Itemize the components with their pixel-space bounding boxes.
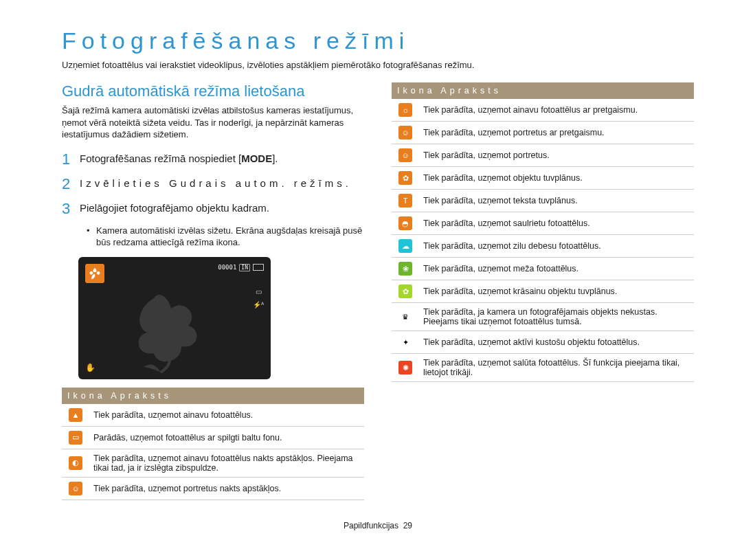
steps-list: 1 Fotografēšanas režīmā nospiediet [MODE…: [62, 150, 364, 218]
night-landscape-icon: ◐: [69, 456, 82, 470]
icon-table-left: Ikona Apraksts ▲Tiek parādīta, uzņemot a…: [62, 388, 364, 500]
icon-desc: Tiek parādīta, uzņemot aktīvi kustošu ob…: [419, 331, 694, 354]
camera-lcd-preview: 00001 IN ▭ ⚡ᴬ ✋: [78, 257, 271, 379]
icon-desc: Tiek parādīta, uzņemot ainavu fotoattēlu…: [89, 404, 364, 427]
icon-desc: Tiek parādīta, uzņemot zilu debesu fotoa…: [419, 235, 694, 258]
icon-desc: Tiek parādīta, ja kamera un fotografējam…: [419, 303, 694, 331]
backlight-landscape-icon: ☼: [398, 103, 412, 117]
night-portrait-icon: ☺: [69, 482, 82, 495]
icon-desc: Tiek parādīta, uzņemot saulrietu fotoatt…: [419, 212, 694, 235]
tripod-icon: ♛: [398, 310, 412, 324]
stabilizer-icon: ✋: [85, 363, 95, 372]
white-bg-icon: ▭: [69, 431, 82, 445]
table-header: Ikona Apraksts: [62, 388, 364, 404]
icon-desc: Tiek parādīta, uzņemot ainavu fotoattēlu…: [419, 99, 694, 122]
icon-desc: Tiek parādīta, uzņemot ainavu fotoattēlu…: [89, 449, 364, 477]
page-title: Fotografēšanas režīmi: [62, 27, 694, 54]
macro-icon: ✿: [398, 171, 412, 185]
action-icon: ✦: [398, 335, 412, 349]
icon-desc: Tiek parādīta, uzņemot salūta fotoattēlu…: [419, 354, 694, 382]
blue-sky-icon: ☁: [398, 239, 412, 253]
icon-desc: Tiek parādīta, uzņemot portretus.: [419, 144, 694, 167]
section-desc: Šajā režīmā kamera automātiski izvēlas a…: [62, 104, 364, 141]
step-text: Izvēlieties Gudrais autom. režīms.: [80, 175, 352, 193]
flash-icon: ⚡ᴬ: [253, 301, 264, 309]
icon-desc: Tiek parādīta, uzņemot meža fotoattēlus.: [419, 258, 694, 280]
forest-icon: ❀: [398, 262, 412, 276]
portrait-icon: ☺: [398, 148, 412, 162]
table-header: Ikona Apraksts: [392, 82, 694, 99]
icon-desc: Tiek parādīta, uzņemot objektu tuvplānus…: [419, 167, 694, 190]
battery-icon: [253, 264, 264, 271]
step-number: 3: [62, 200, 80, 218]
step-number: 1: [62, 150, 80, 168]
icon-desc: Parādās, uzņemot fotoattēlus ar spilgti …: [89, 426, 364, 449]
color-macro-icon: ✿: [398, 284, 412, 298]
step-text: Pielāgojiet fotografējamo objektu kadram…: [80, 200, 269, 218]
backlight-portrait-icon: ☺: [398, 126, 412, 139]
page-footer: Papildfunkcijas 29: [62, 521, 694, 530]
flower-silhouette: [120, 291, 229, 374]
icon-desc: Tiek parādīta, uzņemot portretus ar pret…: [419, 122, 694, 144]
icon-desc: Tiek parādīta, uzņemot portretus nakts a…: [89, 477, 364, 500]
step-text: Fotografēšanas režīmā nospiediet [MODE].: [80, 150, 278, 168]
sunset-icon: ◓: [398, 216, 412, 230]
step-note: Kamera automātiski izvēlas sižetu. Ekrān…: [89, 225, 364, 249]
step-number: 2: [62, 175, 80, 193]
fireworks-icon: ✺: [398, 361, 412, 374]
icon-table-right: Ikona Apraksts ☼Tiek parādīta, uzņemot a…: [392, 82, 694, 382]
macro-flower-icon: [85, 264, 104, 283]
icon-desc: Tiek parādīta, uzņemot krāsainu objektu …: [419, 280, 694, 303]
resolution-icon: ▭: [256, 288, 262, 295]
landscape-icon: ▲: [69, 408, 82, 422]
icon-desc: Tiek parādīta, uzņemot teksta tuvplānus.: [419, 190, 694, 212]
lcd-status-bar: 00001 IN: [218, 264, 264, 271]
text-macro-icon: T: [398, 194, 412, 208]
lcd-side-icons: ▭ ⚡ᴬ: [253, 288, 264, 309]
section-title: Gudrā automātiskā režīma lietošana: [62, 82, 364, 100]
intro-text: Uzņemiet fotoattēlus vai ierakstiet vide…: [62, 60, 694, 70]
